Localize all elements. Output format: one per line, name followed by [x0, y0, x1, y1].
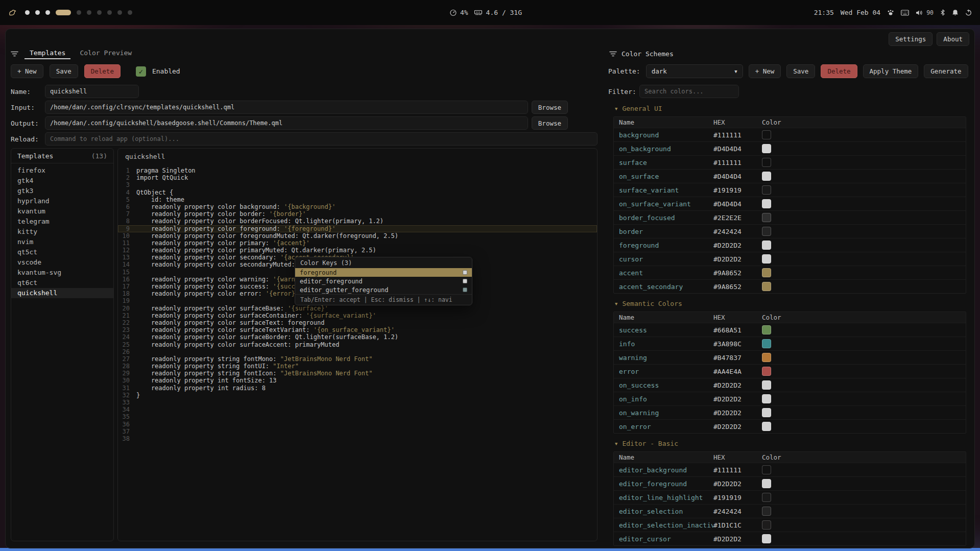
autocomplete-item[interactable]: editor_foreground: [295, 277, 472, 285]
color-row[interactable]: on_info#D2D2D2: [614, 392, 966, 405]
input-path-field[interactable]: [45, 101, 528, 114]
code-line[interactable]: 29 readonly property string fontIcon: "J…: [118, 370, 597, 377]
workspace-dot[interactable]: [128, 10, 132, 15]
power-icon[interactable]: [965, 9, 972, 16]
input-browse-button[interactable]: Browse: [532, 101, 568, 114]
workspace-dot[interactable]: [45, 10, 50, 15]
color-row[interactable]: surface_variant#191919: [614, 183, 966, 197]
code-line[interactable]: 9 readonly property color foreground: '{…: [118, 225, 597, 232]
color-swatch[interactable]: [762, 282, 771, 291]
new-palette-button[interactable]: + New: [749, 64, 781, 78]
color-swatch[interactable]: [762, 520, 771, 530]
settings-button[interactable]: Settings: [889, 32, 933, 46]
code-line[interactable]: 27 readonly property string fontMono: "J…: [118, 355, 597, 363]
color-swatch[interactable]: [762, 130, 771, 139]
code-line[interactable]: 11 readonly property color primary: '{ac…: [118, 239, 597, 247]
color-swatch[interactable]: [762, 158, 771, 167]
logo-icon[interactable]: [8, 9, 17, 17]
code-line[interactable]: 32}: [118, 392, 597, 399]
code-line[interactable]: 4QtObject {: [118, 189, 597, 196]
color-swatch[interactable]: [762, 213, 771, 222]
color-swatch[interactable]: [762, 339, 771, 348]
color-swatch[interactable]: [762, 227, 771, 236]
color-swatch[interactable]: [762, 422, 771, 431]
tab-templates[interactable]: Templates: [25, 48, 70, 59]
color-row[interactable]: editor_foreground#D2D2D2: [614, 476, 966, 490]
section-header[interactable]: ▼General UI: [615, 105, 966, 112]
output-browse-button[interactable]: Browse: [532, 116, 568, 130]
color-swatch[interactable]: [762, 493, 771, 502]
color-row[interactable]: editor_line_highlight#191919: [614, 490, 966, 504]
autocomplete-item[interactable]: foreground: [295, 268, 472, 277]
enabled-checkbox[interactable]: ✓: [136, 66, 146, 77]
code-line[interactable]: 38: [118, 435, 597, 442]
color-swatch[interactable]: [762, 325, 771, 334]
color-row[interactable]: on_error#D2D2D2: [614, 419, 966, 433]
code-line[interactable]: 31 readonly property int radius: 8: [118, 385, 597, 392]
section-header[interactable]: ▼Editor - Basic: [615, 440, 966, 447]
color-row[interactable]: warning#B47837: [614, 350, 966, 364]
filter-icon[interactable]: [11, 51, 18, 57]
bluetooth-icon[interactable]: [940, 9, 945, 16]
color-row[interactable]: accent_secondary#9A8652: [614, 279, 966, 293]
color-row[interactable]: editor_selection_inactive#1D1C1C: [614, 518, 966, 532]
workspace-dot[interactable]: [97, 10, 102, 15]
color-swatch[interactable]: [762, 534, 771, 543]
keyboard-icon[interactable]: [901, 10, 909, 16]
color-swatch[interactable]: [762, 254, 771, 263]
code-line[interactable]: 8 readonly property color borderFocused:…: [118, 218, 597, 225]
color-swatch[interactable]: [762, 408, 771, 417]
code-line[interactable]: 33: [118, 399, 597, 406]
color-search-input[interactable]: [639, 85, 739, 98]
save-palette-button[interactable]: Save: [786, 64, 815, 78]
template-list-item[interactable]: kitty: [11, 227, 113, 237]
code-line[interactable]: 36: [118, 421, 597, 428]
paw-icon[interactable]: [887, 9, 894, 16]
code-line[interactable]: 28 readonly property string fontUI: "Int…: [118, 363, 597, 370]
template-list-item[interactable]: hyprland: [11, 196, 113, 206]
code-line[interactable]: 22 readonly property color surfaceText: …: [118, 319, 597, 326]
color-row[interactable]: foreground#D2D2D2: [614, 238, 966, 252]
color-swatch[interactable]: [762, 367, 771, 376]
workspace-dot[interactable]: [35, 10, 40, 15]
save-template-button[interactable]: Save: [50, 64, 78, 78]
palette-select[interactable]: dark ▼: [646, 64, 743, 78]
color-swatch[interactable]: [762, 465, 771, 474]
color-swatch[interactable]: [762, 268, 771, 277]
color-swatch[interactable]: [762, 144, 771, 153]
color-row[interactable]: on_success#D2D2D2: [614, 378, 966, 392]
color-row[interactable]: on_background#D4D4D4: [614, 141, 966, 155]
color-row[interactable]: border#242424: [614, 224, 966, 238]
template-list-item[interactable]: qt5ct: [11, 247, 113, 257]
code-line[interactable]: 7 readonly property color border: '{bord…: [118, 210, 597, 218]
color-swatch[interactable]: [762, 479, 771, 488]
apply-theme-button[interactable]: Apply Theme: [863, 64, 919, 78]
code-line[interactable]: 20 readonly property color surfaceBase: …: [118, 305, 597, 312]
template-list-item[interactable]: quickshell: [11, 288, 113, 298]
workspace-dot[interactable]: [25, 10, 30, 15]
section-header[interactable]: ▼Semantic Colors: [615, 300, 966, 307]
workspace-dot[interactable]: [117, 10, 122, 15]
color-row[interactable]: surface#111111: [614, 155, 966, 169]
code-line[interactable]: 1pragma Singleton: [118, 167, 597, 174]
code-line[interactable]: 23 readonly property color surfaceTextVa…: [118, 326, 597, 333]
code-line[interactable]: 24 readonly property color surfaceBorder…: [118, 333, 597, 341]
new-template-button[interactable]: + New: [11, 64, 43, 78]
about-button[interactable]: About: [937, 32, 969, 46]
name-input[interactable]: [45, 85, 139, 98]
template-list-item[interactable]: firefox: [11, 165, 113, 176]
code-line[interactable]: 34: [118, 406, 597, 413]
template-list-item[interactable]: gtk4: [11, 176, 113, 186]
color-swatch[interactable]: [762, 241, 771, 250]
code-line[interactable]: 26: [118, 348, 597, 355]
color-swatch[interactable]: [762, 394, 771, 403]
generate-button[interactable]: Generate: [924, 64, 968, 78]
code-line[interactable]: 37: [118, 428, 597, 435]
code-line[interactable]: 21 readonly property color surfaceContai…: [118, 312, 597, 319]
filter-icon[interactable]: [609, 51, 617, 57]
code-line[interactable]: 2import QtQuick: [118, 174, 597, 181]
color-swatch[interactable]: [762, 380, 771, 390]
bell-icon[interactable]: [952, 9, 959, 16]
workspace-dot[interactable]: [77, 10, 81, 15]
code-line[interactable]: 30 readonly property int fontSize: 13: [118, 377, 597, 384]
